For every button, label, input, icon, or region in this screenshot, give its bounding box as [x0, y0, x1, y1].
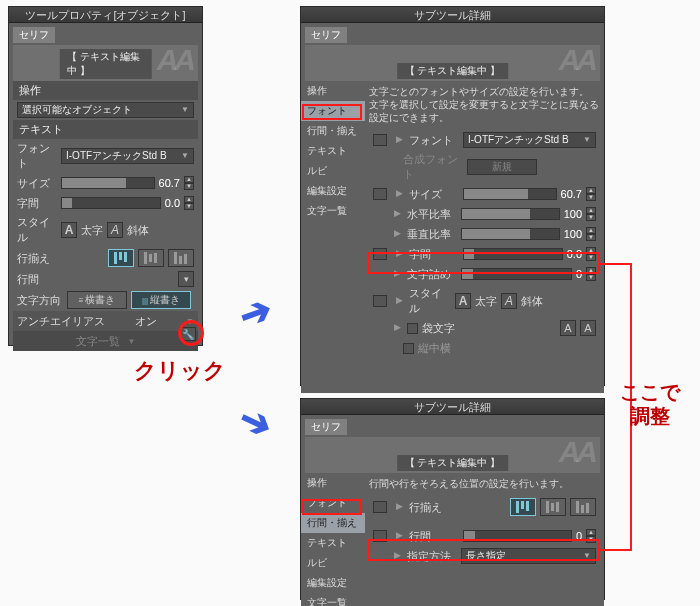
tracking-label: 字間 — [409, 247, 459, 262]
tracking-label: 字間 — [17, 196, 57, 211]
tracking-slider[interactable] — [61, 197, 161, 209]
eye-icon[interactable] — [373, 188, 387, 200]
expand-icon[interactable]: ▶ — [391, 322, 403, 334]
chevron-down-icon: ▼ — [181, 149, 189, 163]
sidebar-item-operation[interactable]: 操作 — [301, 81, 365, 101]
bold-icon[interactable]: A — [455, 293, 471, 309]
svg-rect-15 — [576, 501, 579, 513]
expand-icon[interactable]: ▶ — [391, 550, 403, 562]
strike-checkbox[interactable] — [403, 343, 414, 354]
font-label: フォント — [409, 133, 459, 148]
sidebar-item-edit-settings[interactable]: 編集設定 — [301, 573, 365, 593]
italic-icon[interactable]: A — [501, 293, 517, 309]
sidebar-item-font[interactable]: フォント — [301, 101, 365, 121]
expand-icon[interactable]: ▶ — [391, 228, 403, 240]
expand-icon[interactable]: ▶ — [391, 208, 403, 220]
kerning-spinner[interactable]: ▲▼ — [586, 267, 596, 281]
sidebar-item-text[interactable]: テキスト — [301, 533, 365, 553]
size-slider[interactable] — [463, 188, 557, 200]
sidebar-item-font[interactable]: フォント — [301, 493, 365, 513]
editing-chip: 【 テキスト編集中 】 — [397, 63, 509, 79]
sidebar-item-ruby[interactable]: ルビ — [301, 553, 365, 573]
leading-slider[interactable] — [463, 530, 572, 542]
tracking-spinner[interactable]: ▲▼ — [184, 196, 194, 210]
tracking-spinner[interactable]: ▲▼ — [586, 247, 596, 261]
align-bottom-button[interactable] — [570, 498, 596, 516]
align-top-button[interactable] — [108, 249, 134, 267]
leading-label: 行間 — [409, 529, 459, 544]
new-composite-font-button[interactable]: 新規 — [467, 159, 537, 175]
eye-icon[interactable] — [373, 295, 387, 307]
sidebar-item-line-align[interactable]: 行間・揃え — [301, 513, 365, 533]
detail-content: 文字ごとのフォントやサイズの設定を行います。文字を選択して設定を変更すると文字ご… — [365, 81, 604, 393]
svg-rect-17 — [586, 503, 589, 513]
expand-icon[interactable]: ▶ — [393, 134, 405, 146]
hratio-spinner[interactable]: ▲▼ — [586, 207, 596, 221]
sidebar-item-operation[interactable]: 操作 — [301, 473, 365, 493]
panel-title: サブツール詳細 — [301, 399, 604, 415]
italic-icon[interactable]: A — [107, 222, 123, 238]
outline-checkbox[interactable] — [407, 323, 418, 334]
bold-icon[interactable]: A — [61, 222, 77, 238]
vratio-slider[interactable] — [461, 228, 560, 240]
svg-rect-3 — [144, 252, 147, 264]
svg-rect-7 — [179, 256, 182, 264]
chevron-down-icon: ▼ — [186, 317, 194, 326]
selectable-object-dropdown[interactable]: 選択可能なオブジェクト▼ — [17, 102, 194, 118]
sidebar-item-char-list[interactable]: 文字一覧 — [301, 593, 365, 606]
eye-icon[interactable] — [373, 134, 387, 146]
sidebar-item-line-align[interactable]: 行間・揃え — [301, 121, 365, 141]
tracking-slider[interactable] — [463, 248, 563, 260]
tab-serif[interactable]: セリフ — [13, 27, 55, 43]
wrench-button[interactable]: 🔧 — [180, 327, 196, 341]
arrow-icon: ➔ — [232, 395, 280, 448]
sidebar-item-text[interactable]: テキスト — [301, 141, 365, 161]
chevron-down-icon: ▼ — [128, 337, 136, 346]
leading-menu-icon[interactable]: ▾ — [178, 271, 194, 287]
tab-serif[interactable]: セリフ — [305, 419, 347, 435]
outline-style-2[interactable]: A — [580, 320, 596, 336]
leading-spinner[interactable]: ▲▼ — [586, 529, 596, 543]
chevron-down-icon: ▼ — [583, 133, 591, 147]
size-spinner[interactable]: ▲▼ — [586, 187, 596, 201]
subtool-detail-panel-1: サブツール詳細 セリフ AA 【 テキスト編集中 】 操作 フォント 行間・揃え… — [300, 6, 605, 386]
font-dropdown[interactable]: I-OTFアンチックStd B▼ — [463, 132, 596, 148]
outline-style-1[interactable]: A — [560, 320, 576, 336]
svg-rect-8 — [184, 254, 187, 264]
size-spinner[interactable]: ▲▼ — [184, 176, 194, 190]
eye-icon[interactable] — [373, 530, 387, 542]
expand-icon[interactable]: ▶ — [393, 248, 405, 260]
expand-icon[interactable]: ▶ — [393, 501, 405, 513]
chevron-down-icon: ▼ — [583, 549, 591, 563]
align-center-button[interactable] — [540, 498, 566, 516]
expand-icon[interactable]: ▶ — [393, 530, 405, 542]
antialias-value[interactable]: オン — [109, 314, 182, 329]
svg-rect-1 — [119, 252, 122, 260]
method-dropdown[interactable]: 長さ指定▼ — [461, 548, 596, 564]
tab-serif[interactable]: セリフ — [305, 27, 347, 43]
banner: AA 【 テキスト編集中 】 — [13, 45, 198, 81]
expand-icon[interactable]: ▶ — [393, 188, 405, 200]
horizontal-button[interactable]: ≡横書き — [67, 291, 127, 309]
char-list-button[interactable]: 文字一覧 — [76, 334, 120, 349]
size-slider[interactable] — [61, 177, 155, 189]
strike-label: 縦中横 — [418, 341, 451, 356]
sidebar-item-char-list[interactable]: 文字一覧 — [301, 201, 365, 221]
align-bottom-button[interactable] — [168, 249, 194, 267]
eye-icon[interactable] — [373, 501, 387, 513]
kerning-slider[interactable] — [461, 268, 572, 280]
expand-icon[interactable]: ▶ — [391, 268, 403, 280]
eye-icon[interactable] — [373, 248, 387, 260]
font-dropdown[interactable]: I-OTFアンチックStd B▼ — [61, 148, 194, 164]
vertical-button[interactable]: |||縦書き — [131, 291, 191, 309]
tracking-value: 0.0 — [567, 248, 582, 260]
sidebar-item-ruby[interactable]: ルビ — [301, 161, 365, 181]
align-center-button[interactable] — [138, 249, 164, 267]
align-top-button[interactable] — [510, 498, 536, 516]
vratio-spinner[interactable]: ▲▼ — [586, 227, 596, 241]
sidebar-item-edit-settings[interactable]: 編集設定 — [301, 181, 365, 201]
hratio-slider[interactable] — [461, 208, 560, 220]
banner-glyph: AA — [559, 435, 594, 469]
panel-title: ツールプロパティ[オブジェクト] — [9, 7, 202, 23]
expand-icon[interactable]: ▶ — [393, 295, 405, 307]
